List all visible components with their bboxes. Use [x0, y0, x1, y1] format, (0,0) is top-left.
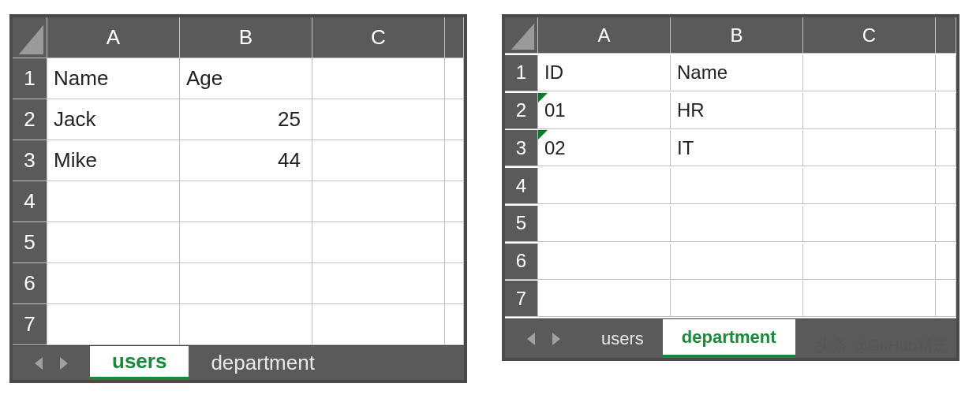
- col-header-extra[interactable]: [445, 17, 464, 58]
- cell-extra-7[interactable]: [445, 304, 464, 345]
- sheet-tab-users[interactable]: users: [90, 346, 189, 380]
- cell-extra-3[interactable]: [936, 130, 956, 166]
- col-header-extra[interactable]: [936, 17, 956, 54]
- cell-extra-1[interactable]: [445, 58, 464, 99]
- cell-B6[interactable]: [180, 263, 312, 304]
- grid-department: A B C 1 ID Name 2 01 HR 3 02 IT 4 5 6: [505, 17, 956, 318]
- cell-C6[interactable]: [312, 263, 445, 304]
- workbook-users: A B C 1 Name Age 2 Jack 25 3 Mike 44 4 5: [9, 14, 467, 383]
- cell-A5[interactable]: [538, 206, 671, 242]
- row-header-6[interactable]: 6: [505, 244, 538, 280]
- cell-B4[interactable]: [671, 168, 803, 204]
- cell-C1[interactable]: [312, 58, 445, 99]
- sheet-tab-bar: users department: [505, 318, 956, 358]
- col-header-A[interactable]: A: [47, 17, 180, 58]
- cell-C1[interactable]: [803, 55, 936, 91]
- svg-marker-0: [19, 25, 43, 54]
- row-header-4[interactable]: 4: [13, 181, 47, 222]
- row-header-4[interactable]: 4: [505, 168, 538, 204]
- col-header-A[interactable]: A: [538, 17, 671, 54]
- tab-scroll-right-icon[interactable]: [552, 333, 560, 345]
- cell-extra-2[interactable]: [445, 99, 464, 140]
- row-header-7[interactable]: 7: [13, 304, 47, 345]
- cell-B5[interactable]: [180, 222, 312, 263]
- cell-B6[interactable]: [671, 244, 803, 280]
- cell-B4[interactable]: [180, 181, 312, 222]
- cell-extra-1[interactable]: [936, 55, 956, 91]
- cell-A2[interactable]: 01: [538, 93, 671, 129]
- row-header-5[interactable]: 5: [505, 206, 538, 242]
- cell-C7[interactable]: [803, 281, 936, 317]
- cell-C5[interactable]: [312, 222, 445, 263]
- svg-marker-1: [511, 24, 534, 50]
- cell-A5[interactable]: [47, 222, 180, 263]
- cell-A4[interactable]: [538, 168, 671, 204]
- row-header-2[interactable]: 2: [505, 93, 538, 129]
- cell-A4[interactable]: [47, 181, 180, 222]
- sheet-tab-department[interactable]: department: [663, 319, 795, 358]
- cell-C3[interactable]: [312, 140, 445, 181]
- sheet-tabs: users department: [90, 346, 337, 380]
- cell-C7[interactable]: [312, 304, 445, 345]
- workbook-department: A B C 1 ID Name 2 01 HR 3 02 IT 4 5 6: [502, 14, 959, 361]
- cell-extra-6[interactable]: [936, 244, 956, 280]
- cell-C2[interactable]: [803, 93, 936, 129]
- row-header-3[interactable]: 3: [505, 130, 538, 166]
- cell-C6[interactable]: [803, 244, 936, 280]
- cell-A1[interactable]: ID: [538, 55, 671, 91]
- cell-A3[interactable]: 02: [538, 130, 671, 166]
- cell-B5[interactable]: [671, 206, 803, 242]
- col-header-B[interactable]: B: [180, 17, 312, 58]
- tab-nav: [13, 357, 90, 370]
- cell-extra-6[interactable]: [445, 263, 464, 304]
- col-header-C[interactable]: C: [312, 17, 445, 58]
- cell-B3[interactable]: 44: [180, 140, 312, 181]
- cell-extra-5[interactable]: [936, 206, 956, 242]
- row-header-1[interactable]: 1: [13, 58, 47, 99]
- row-header-6[interactable]: 6: [13, 263, 47, 304]
- col-header-B[interactable]: B: [671, 17, 803, 54]
- sheet-tab-bar: users department: [13, 345, 464, 380]
- row-header-3[interactable]: 3: [13, 140, 47, 181]
- cell-A7[interactable]: [47, 304, 180, 345]
- row-header-5[interactable]: 5: [13, 222, 47, 263]
- cell-A1[interactable]: Name: [47, 58, 180, 99]
- cell-A6[interactable]: [47, 263, 180, 304]
- cell-C4[interactable]: [803, 168, 936, 204]
- tab-scroll-left-icon[interactable]: [35, 357, 43, 370]
- cell-B2[interactable]: 25: [180, 99, 312, 140]
- cell-C3[interactable]: [803, 130, 936, 166]
- cell-A6[interactable]: [538, 244, 671, 280]
- cell-B2[interactable]: HR: [671, 93, 803, 129]
- tab-scroll-right-icon[interactable]: [60, 357, 68, 370]
- cell-B1[interactable]: Age: [180, 58, 312, 99]
- cell-A7[interactable]: [538, 281, 671, 317]
- row-header-2[interactable]: 2: [13, 99, 47, 140]
- cell-extra-7[interactable]: [936, 281, 956, 317]
- cell-extra-5[interactable]: [445, 222, 464, 263]
- cell-extra-4[interactable]: [445, 181, 464, 222]
- row-header-7[interactable]: 7: [505, 281, 538, 317]
- cell-B7[interactable]: [671, 281, 803, 317]
- tab-nav: [505, 333, 582, 345]
- cell-extra-2[interactable]: [936, 93, 956, 129]
- select-all-corner[interactable]: [13, 17, 47, 58]
- cell-extra-4[interactable]: [936, 168, 956, 204]
- cell-C4[interactable]: [312, 181, 445, 222]
- sheet-tab-users[interactable]: users: [582, 319, 663, 358]
- sheet-tabs: users department: [582, 319, 795, 358]
- tab-scroll-left-icon[interactable]: [527, 333, 535, 345]
- cell-B7[interactable]: [180, 304, 312, 345]
- cell-A3[interactable]: Mike: [47, 140, 180, 181]
- row-header-1[interactable]: 1: [505, 55, 538, 91]
- cell-C2[interactable]: [312, 99, 445, 140]
- cell-extra-3[interactable]: [445, 140, 464, 181]
- sheet-tab-department[interactable]: department: [189, 346, 337, 380]
- select-all-corner[interactable]: [505, 17, 538, 54]
- cell-B3[interactable]: IT: [671, 130, 803, 166]
- col-header-C[interactable]: C: [803, 17, 936, 54]
- cell-B1[interactable]: Name: [671, 55, 803, 91]
- cell-C5[interactable]: [803, 206, 936, 242]
- cell-A2[interactable]: Jack: [47, 99, 180, 140]
- grid-users: A B C 1 Name Age 2 Jack 25 3 Mike 44 4 5: [13, 17, 464, 345]
